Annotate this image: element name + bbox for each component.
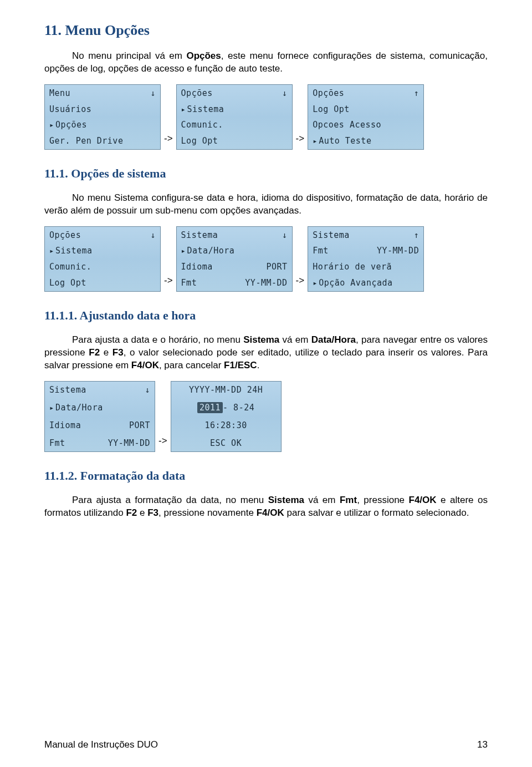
lcd-selected: Sistema <box>181 104 288 114</box>
selected-year: 2011 <box>197 402 223 413</box>
footer-title: Manual de Instruções DUO <box>44 739 158 750</box>
lcd-text: YY-MM-DD <box>108 438 150 448</box>
lcd-selected: Data/Hora <box>49 403 150 413</box>
up-arrow-icon <box>414 88 420 98</box>
heading-11-1-2: 11.1.2. Formatação da data <box>44 469 488 483</box>
arrow-text: -> <box>296 275 305 292</box>
lcd-text: Opções <box>313 88 413 98</box>
paragraph-11-1: No menu Sistema configura-se data e hora… <box>44 192 488 217</box>
down-arrow-icon <box>145 385 150 395</box>
lcd-text: PORT <box>129 420 150 430</box>
lcd-sistema-2: Sistema FmtYY-MM-DD Horário de verã Opçã… <box>308 226 424 292</box>
down-arrow-icon <box>150 88 156 98</box>
lcd-opcoes-2: Opções Log Opt Opcoes Acesso Auto Teste <box>308 84 424 150</box>
page-footer: Manual de Instruções DUO 13 <box>44 739 488 750</box>
lcd-sistema-datahora: Sistema Data/Hora IdiomaPORT FmtYY-MM-DD <box>44 381 155 452</box>
lcd-text: Horário de verã <box>313 262 419 272</box>
lcd-date-time: YYYY-MM-DD 24H 2011- 8-24 16:28:30 ESC O… <box>171 381 282 452</box>
lcd-text: Opções <box>181 88 282 98</box>
lcd-selected: Opção Avançada <box>313 278 419 288</box>
lcd-selected: Auto Teste <box>313 136 419 146</box>
lcd-text: Sistema <box>181 230 282 240</box>
down-arrow-icon <box>282 88 288 98</box>
heading-11-1: 11.1. Opções de sistema <box>44 166 488 181</box>
lcd-text: Menu <box>49 88 150 98</box>
paragraph-11-1-2: Para ajusta a formatação da data, no men… <box>44 494 488 520</box>
lcd-text: Fmt <box>49 438 108 448</box>
lcd-text: Fmt <box>181 278 245 288</box>
page-number: 13 <box>477 739 488 750</box>
lcd-text: Opções <box>49 230 150 240</box>
lcd-date-line: 2011- 8-24 <box>176 403 277 413</box>
down-arrow-icon <box>282 230 288 240</box>
lcd-text: YYYY-MM-DD 24H <box>176 385 277 395</box>
lcd-text: Log Opt <box>49 278 156 288</box>
lcd-text: Log Opt <box>181 136 288 146</box>
lcd-text: Comunic. <box>181 120 288 130</box>
arrow-text: -> <box>164 133 173 150</box>
heading-11: 11. Menu Opções <box>44 22 488 39</box>
lcd-opcoes-sistema: Opções Sistema Comunic. Log Opt <box>44 226 161 292</box>
lcd-text: Sistema <box>49 385 145 395</box>
lcd-sistema: Sistema Data/Hora IdiomaPORT FmtYY-MM-DD <box>176 226 293 292</box>
lcd-text: Ger. Pen Drive <box>49 136 156 146</box>
lcd-text: PORT <box>266 262 287 272</box>
up-arrow-icon <box>414 230 420 240</box>
screens-row-11: Menu Usuários Opções Ger. Pen Drive -> O… <box>44 84 488 150</box>
lcd-selected: Sistema <box>49 246 156 256</box>
lcd-menu: Menu Usuários Opções Ger. Pen Drive <box>44 84 161 150</box>
lcd-text: Sistema <box>313 230 413 240</box>
lcd-text: Usuários <box>49 104 156 114</box>
lcd-text: Idioma <box>181 262 267 272</box>
lcd-text: Fmt <box>313 246 377 256</box>
lcd-text: YY-MM-DD <box>245 278 287 288</box>
paragraph-11: No menu principal vá em Opções, este men… <box>44 50 488 75</box>
heading-11-1-1: 11.1.1. Ajustando data e hora <box>44 308 488 323</box>
lcd-text: Opcoes Acesso <box>313 120 419 130</box>
screens-row-11-1-1: Sistema Data/Hora IdiomaPORT FmtYY-MM-DD… <box>44 381 488 452</box>
lcd-text: Idioma <box>49 420 129 430</box>
lcd-opcoes: Opções Sistema Comunic. Log Opt <box>176 84 293 150</box>
arrow-text: -> <box>164 275 173 292</box>
lcd-text: ESC OK <box>176 438 277 448</box>
paragraph-11-1-1: Para ajusta a data e o horário, no menu … <box>44 334 488 372</box>
lcd-text: Log Opt <box>313 104 419 114</box>
screens-row-11-1: Opções Sistema Comunic. Log Opt -> Siste… <box>44 226 488 292</box>
arrow-text: -> <box>158 435 167 452</box>
down-arrow-icon <box>150 230 156 240</box>
lcd-text: - 8-24 <box>223 403 254 413</box>
arrow-text: -> <box>296 133 305 150</box>
lcd-text: Comunic. <box>49 262 156 272</box>
lcd-text: YY-MM-DD <box>377 246 419 256</box>
lcd-selected: Data/Hora <box>181 246 288 256</box>
lcd-selected: Opções <box>49 120 156 130</box>
lcd-text: 16:28:30 <box>176 420 277 430</box>
